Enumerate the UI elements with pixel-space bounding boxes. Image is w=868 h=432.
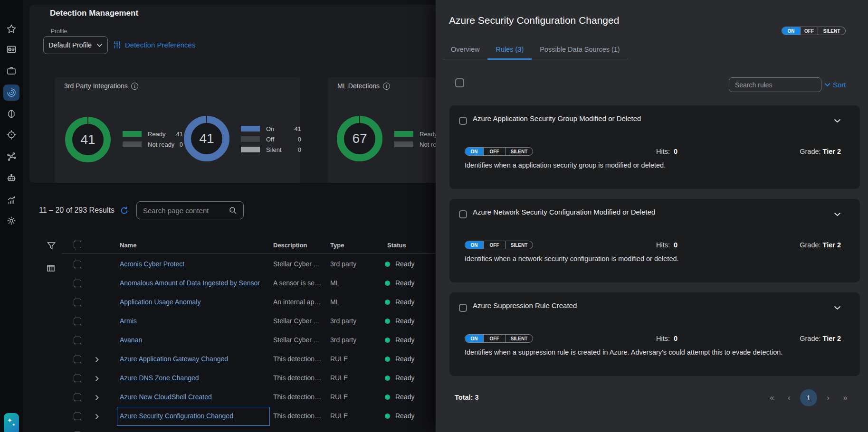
rule-checkbox[interactable]: [459, 117, 467, 125]
rule-checkbox[interactable]: [459, 304, 467, 312]
rule-card: Azure Suppression Rule CreatedONOFFSILEN…: [449, 292, 860, 376]
robot-icon: [6, 173, 17, 183]
sidebar-item-threat-hunting[interactable]: [3, 127, 19, 143]
detection-name-link[interactable]: Armis: [120, 317, 137, 325]
detection-name-link[interactable]: Anomalous Amount of Data Ingested by Sen…: [120, 279, 260, 287]
expand-chevron-icon[interactable]: [95, 413, 99, 422]
third-party-donut: 41: [65, 117, 111, 162]
rules-search-input[interactable]: Search rules: [729, 77, 821, 92]
detection-status: Ready: [395, 317, 414, 325]
detection-name-link[interactable]: Avanan: [120, 336, 142, 344]
sidebar-item-ml[interactable]: [3, 106, 19, 122]
row-checkbox[interactable]: [74, 299, 81, 306]
rule-state-toggle[interactable]: ONOFFSILENT: [465, 334, 533, 343]
detection-name-link[interactable]: Azure Application Gateway Changed: [120, 355, 228, 363]
next-page-button[interactable]: ›: [822, 394, 834, 402]
toggle-off[interactable]: OFF: [800, 27, 818, 35]
toggle-silent[interactable]: SILENT: [505, 335, 533, 342]
status-dot: [385, 262, 390, 267]
col-header-status[interactable]: Status: [387, 242, 406, 249]
current-page[interactable]: 1: [800, 389, 817, 406]
sidebar-item-favorites[interactable]: [3, 21, 19, 37]
chevron-down-icon[interactable]: [834, 210, 841, 218]
toggle-silent[interactable]: SILENT: [505, 148, 533, 155]
detection-name-link[interactable]: Azure DNS Zone Changed: [120, 374, 199, 382]
toggle-silent[interactable]: SILENT: [818, 27, 845, 35]
toggle-off[interactable]: OFF: [483, 335, 505, 342]
status-dot: [385, 281, 390, 286]
crosshair-icon: [6, 130, 17, 140]
toggle-on[interactable]: ON: [465, 148, 483, 155]
chevron-down-icon[interactable]: [834, 116, 841, 125]
status-dot: [385, 413, 390, 419]
toggle-on[interactable]: ON: [782, 27, 800, 35]
chevron-down-icon[interactable]: [834, 303, 841, 312]
sidebar-item-settings[interactable]: [3, 213, 19, 229]
sidebar-item-dashboard[interactable]: [3, 41, 19, 57]
prev-page-button[interactable]: ‹: [783, 394, 795, 402]
filter-button[interactable]: [47, 241, 56, 253]
col-header-type[interactable]: Type: [330, 242, 344, 249]
sidebar-item-automation[interactable]: [3, 170, 19, 186]
row-checkbox[interactable]: [74, 413, 81, 420]
sort-button[interactable]: Sort: [824, 81, 846, 89]
spiral-icon: [6, 87, 17, 98]
col-header-description[interactable]: Description: [273, 242, 307, 249]
network-icon: [6, 151, 17, 162]
info-icon[interactable]: i: [131, 83, 138, 90]
table-row: Application Usage AnomalyAn internal ap……: [23, 293, 436, 312]
sidebar-item-cases[interactable]: [3, 63, 19, 79]
sidebar-item-correlations[interactable]: [3, 149, 19, 165]
expand-chevron-icon[interactable]: [95, 394, 99, 403]
pagination: « ‹ 1 › »: [766, 389, 851, 406]
select-all-rules-checkbox[interactable]: [455, 78, 464, 87]
card-title: 3rd Party Integrations i: [64, 82, 138, 90]
detection-name-link[interactable]: Azure New CloudShell Created: [120, 393, 212, 401]
row-checkbox[interactable]: [74, 318, 81, 325]
detection-name-link[interactable]: Acronis Cyber Protect: [120, 260, 184, 268]
third-party-legend: Ready41 Not ready0: [123, 129, 183, 150]
row-checkbox[interactable]: [74, 280, 81, 287]
expand-chevron-icon[interactable]: [95, 375, 99, 384]
page-search-input[interactable]: Search page content: [136, 201, 244, 219]
toggle-on[interactable]: ON: [465, 241, 483, 249]
detection-preferences-link[interactable]: Detection Preferences: [113, 41, 195, 49]
row-checkbox[interactable]: [74, 261, 81, 268]
profile-select-value: Default Profile: [48, 41, 92, 49]
refresh-button[interactable]: [120, 206, 129, 216]
toggle-off[interactable]: OFF: [483, 241, 505, 249]
expand-chevron-icon[interactable]: [95, 356, 99, 365]
sidebar-item-detections[interactable]: [3, 85, 19, 101]
toggle-on[interactable]: ON: [465, 335, 483, 342]
first-page-button[interactable]: «: [766, 394, 778, 402]
rule-state-toggle[interactable]: ONOFFSILENT: [465, 241, 533, 249]
sidebar-item-reports[interactable]: [3, 192, 19, 208]
detection-name-link[interactable]: Azure Security Configuration Changed: [120, 412, 233, 420]
rule-state-toggle[interactable]: ONOFFSILENT: [465, 147, 533, 156]
tab-rules[interactable]: Rules (3): [487, 46, 532, 59]
detection-preferences-label: Detection Preferences: [125, 41, 195, 49]
info-icon[interactable]: i: [383, 83, 390, 90]
toggle-silent[interactable]: SILENT: [505, 241, 533, 249]
col-header-name[interactable]: Name: [120, 242, 136, 249]
ai-assistant-button[interactable]: ✦ ✦: [4, 413, 19, 432]
row-checkbox[interactable]: [74, 375, 81, 382]
row-checkbox[interactable]: [74, 337, 81, 344]
toggle-off[interactable]: OFF: [483, 148, 505, 155]
detection-type: ML: [330, 279, 339, 287]
last-page-button[interactable]: »: [839, 394, 851, 402]
page-title: Detection Management: [50, 9, 138, 18]
row-checkbox[interactable]: [74, 356, 81, 363]
profile-select[interactable]: Default Profile: [43, 36, 108, 54]
row-checkbox[interactable]: [74, 394, 81, 401]
rule-checkbox[interactable]: [459, 210, 467, 218]
drawer-state-toggle[interactable]: ON OFF SILENT: [782, 27, 846, 35]
select-all-checkbox[interactable]: [74, 241, 81, 248]
tab-overview[interactable]: Overview: [443, 46, 487, 59]
rule-description: Identifies when a suppression rule is cr…: [465, 348, 782, 356]
detection-name-link[interactable]: Application Usage Anomaly: [120, 298, 200, 306]
rule-title: Azure Application Security Group Modifie…: [473, 114, 641, 122]
tab-possible-data-sources[interactable]: Possible Data Sources (1): [532, 46, 628, 59]
detection-type: RULE: [330, 374, 348, 382]
rules-search-placeholder: Search rules: [735, 81, 773, 89]
